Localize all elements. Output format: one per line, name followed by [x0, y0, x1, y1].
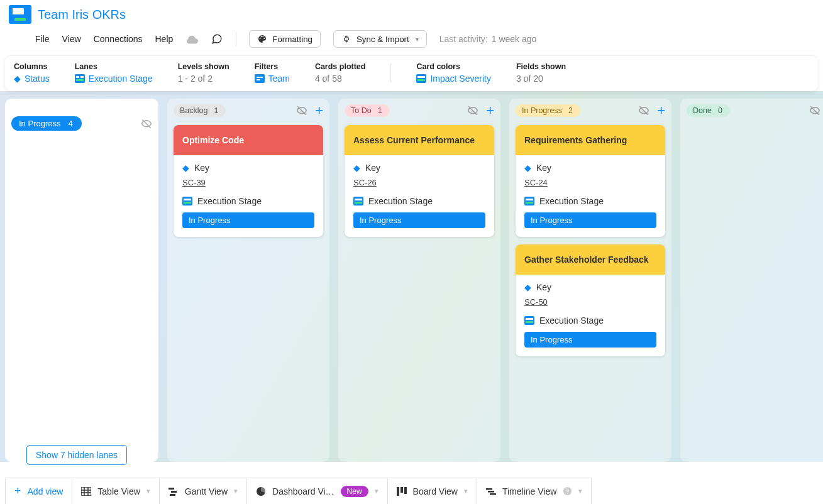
column-title-pill[interactable]: To Do 1	[345, 104, 390, 117]
add-card-button[interactable]: +	[657, 104, 665, 118]
app-logo[interactable]	[9, 5, 31, 24]
tab-timeline-view[interactable]: Timeline View ? ▾	[477, 478, 592, 504]
svg-rect-5	[257, 77, 263, 78]
colors-icon	[416, 74, 426, 83]
filters-row: Columns ◆ Status Lanes Execution Stage L…	[5, 55, 818, 91]
tab-label: Dashboard Vi…	[272, 486, 334, 496]
tab-board-view[interactable]: Board View ▾	[388, 478, 477, 504]
column-header: Backlog 1 +	[174, 104, 323, 118]
card-key[interactable]: SC-24	[524, 178, 656, 187]
menu-view[interactable]: View	[62, 34, 81, 44]
tab-table-view[interactable]: Table View ▾	[72, 478, 159, 504]
hide-lane-icon[interactable]	[141, 118, 152, 129]
stage-badge: In Progress	[353, 212, 485, 228]
sync-label: Sync & Import	[356, 35, 409, 44]
stage-label: Execution Stage	[539, 315, 604, 326]
filter-lanes[interactable]: Lanes Execution Stage	[75, 62, 153, 84]
board-icon	[397, 487, 407, 496]
card-title: Optimize Code	[174, 125, 323, 155]
gantt-icon	[168, 487, 179, 496]
svg-rect-20	[524, 197, 534, 205]
column-header: In Progress 2 +	[516, 104, 665, 118]
filter-label: Lanes	[75, 62, 153, 71]
filter-columns[interactable]: Columns ◆ Status	[14, 62, 50, 84]
key-label: Key	[365, 163, 380, 173]
menu-help[interactable]: Help	[155, 34, 173, 44]
key-label: Key	[194, 163, 209, 173]
card-key[interactable]: SC-26	[353, 178, 485, 187]
show-hidden-lanes-button[interactable]: Show 7 hidden lanes	[26, 445, 127, 465]
lane-pill[interactable]: In Progress 4	[11, 116, 82, 131]
svg-rect-22	[526, 202, 533, 204]
svg-rect-24	[526, 318, 533, 320]
filter-colors[interactable]: Card colors Impact Severity	[416, 62, 490, 84]
stage-label: Execution Stage	[197, 196, 262, 206]
svg-rect-40	[488, 491, 494, 493]
formatting-button[interactable]: Formatting	[249, 30, 321, 48]
activity-value: 1 week ago	[492, 34, 537, 44]
topbar: Team Iris OKRs	[0, 0, 823, 26]
filter-value: Team	[268, 74, 290, 84]
svg-rect-39	[486, 488, 492, 490]
card-key[interactable]: SC-50	[524, 297, 656, 307]
sync-button[interactable]: Sync & Import ▾	[333, 30, 427, 48]
cloud-icon[interactable]	[185, 34, 198, 44]
page-title[interactable]: Team Iris OKRs	[38, 8, 126, 22]
svg-rect-37	[400, 487, 403, 493]
hide-column-icon[interactable]	[638, 105, 649, 116]
filter-label: Fields shown	[516, 62, 566, 71]
lane-header-column: In Progress 4	[5, 99, 158, 462]
card-title: Assess Current Performance	[345, 125, 494, 155]
diamond-icon: ◆	[524, 282, 531, 292]
filter-cards[interactable]: Cards plotted 4 of 58	[315, 62, 366, 84]
svg-rect-34	[170, 494, 175, 496]
stage-badge: In Progress	[182, 212, 314, 228]
svg-rect-32	[168, 488, 174, 490]
formatting-label: Formatting	[272, 35, 312, 44]
column-title-pill[interactable]: Backlog 1	[174, 104, 226, 117]
menu-connections[interactable]: Connections	[94, 34, 143, 44]
hide-column-icon[interactable]	[296, 105, 307, 116]
lanes-icon	[75, 74, 85, 83]
filter-label: Levels shown	[178, 62, 229, 71]
timeline-icon	[486, 487, 496, 496]
hide-column-icon[interactable]	[467, 105, 478, 116]
new-badge: New	[341, 486, 368, 497]
svg-rect-0	[75, 74, 85, 83]
card-body: ◆ Key SC-39 Execution Stage In Progress	[174, 155, 323, 237]
card[interactable]: Optimize Code ◆ Key SC-39 Execution Stag…	[174, 125, 323, 237]
sync-icon	[341, 34, 351, 44]
column-title-pill[interactable]: Done 0	[687, 104, 730, 117]
stage-icon	[524, 316, 534, 325]
palette-icon	[257, 34, 267, 44]
add-view-tab[interactable]: + Add view	[5, 478, 72, 504]
column-title-pill[interactable]: In Progress 2	[516, 104, 580, 117]
separator	[390, 63, 391, 82]
svg-rect-17	[355, 199, 362, 200]
filter-filters[interactable]: Filters Team	[255, 62, 290, 84]
svg-rect-3	[76, 79, 84, 81]
column-done: Done 0 +	[680, 99, 823, 462]
svg-rect-27	[81, 487, 91, 496]
column-header: Done 0 +	[687, 104, 823, 118]
svg-rect-41	[490, 493, 496, 495]
tab-gantt-view[interactable]: Gantt View ▾	[160, 478, 247, 504]
tab-label: Timeline View	[502, 486, 556, 496]
card[interactable]: Assess Current Performance ◆ Key SC-26 E…	[345, 125, 494, 237]
add-card-button[interactable]: +	[486, 104, 494, 118]
menu-file[interactable]: File	[35, 34, 50, 44]
filter-fields[interactable]: Fields shown 3 of 20	[516, 62, 566, 84]
svg-rect-33	[171, 491, 177, 493]
table-icon	[81, 487, 91, 496]
add-card-button[interactable]: +	[315, 104, 323, 118]
lane-header: In Progress 4	[11, 116, 152, 131]
filter-levels[interactable]: Levels shown 1 - 2 of 2	[178, 62, 229, 84]
diamond-icon: ◆	[14, 74, 21, 84]
tab-dashboard-view[interactable]: Dashboard Vi… New ▾	[247, 478, 388, 504]
hide-column-icon[interactable]	[809, 105, 820, 116]
card[interactable]: Requirements Gathering ◆ Key SC-24 Execu…	[516, 125, 665, 237]
diamond-icon: ◆	[182, 163, 189, 173]
card[interactable]: Gather Stakeholder Feedback ◆ Key SC-50 …	[516, 244, 665, 356]
chat-icon[interactable]	[211, 33, 223, 45]
card-key[interactable]: SC-39	[182, 178, 314, 187]
